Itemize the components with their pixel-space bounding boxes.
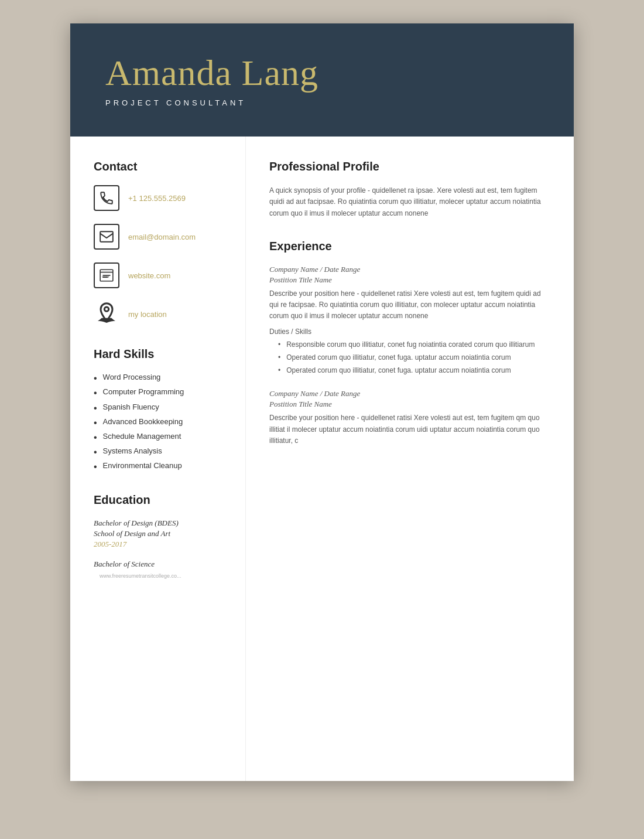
exp-company-2: Company Name / Date Range — [269, 389, 550, 398]
bullet-icon: • — [94, 432, 97, 443]
bullet-icon: • — [94, 446, 97, 458]
profile-heading: Professional Profile — [269, 160, 550, 173]
right-column: Professional Profile A quick synopsis of… — [246, 137, 574, 781]
duty-item-2: • Operated corum quo illitiatur, conet f… — [269, 353, 550, 361]
location-text: my location — [128, 310, 167, 319]
duty-bullet-icon: • — [278, 340, 280, 349]
duties-label-1: Duties / Skills — [269, 328, 550, 336]
education-entry-1: Bachelor of Design (BDES) School of Desi… — [94, 519, 228, 549]
skill-item-7: • Environmental Cleanup — [94, 461, 228, 472]
phone-item: +1 125.555.2569 — [94, 185, 228, 211]
duty-bullet-icon: • — [278, 366, 280, 374]
email-icon — [94, 224, 119, 250]
edu-degree-1: Bachelor of Design (BDES) — [94, 519, 228, 528]
edu-degree-2: Bachelor of Science — [94, 560, 228, 569]
skills-list: • Word Processing • Computer Programming… — [94, 373, 228, 472]
svg-point-6 — [104, 307, 108, 311]
edu-years-1: 2005-2017 — [94, 540, 228, 549]
duties-list-1: • Responsible corum quo illitiatur, cone… — [269, 340, 550, 374]
duty-item-1: • Responsible corum quo illitiatur, cone… — [269, 340, 550, 349]
edu-school-1: School of Design and Art — [94, 529, 228, 538]
website-icon: www — [94, 262, 119, 288]
website-text: website.com — [128, 271, 170, 280]
bullet-icon: • — [94, 461, 97, 472]
bullet-icon: • — [94, 387, 97, 398]
location-item: my location — [94, 301, 228, 327]
bullet-icon: • — [94, 403, 97, 414]
skills-heading: Hard Skills — [94, 347, 228, 361]
phone-text: +1 125.555.2569 — [128, 194, 186, 203]
phone-icon — [94, 185, 119, 211]
skill-item-2: • Computer Programming — [94, 387, 228, 398]
email-item: email@domain.com — [94, 224, 228, 250]
skill-item-1: • Word Processing — [94, 373, 228, 384]
email-text: email@domain.com — [128, 233, 196, 241]
skill-item-5: • Schedule Management — [94, 432, 228, 443]
exp-description-1: Describe your position here - quidellene… — [269, 288, 550, 322]
body-section: Contact +1 125.555.2569 — [70, 137, 574, 781]
exp-company-1: Company Name / Date Range — [269, 265, 550, 274]
svg-rect-0 — [100, 232, 113, 242]
duty-bullet-icon: • — [278, 353, 280, 361]
duty-item-3: • Operated corum quo illitiatur, conet f… — [269, 366, 550, 374]
skill-item-6: • Systems Analysis — [94, 446, 228, 458]
left-column: Contact +1 125.555.2569 — [70, 137, 246, 781]
exp-description-2: Describe your position here - quidellene… — [269, 412, 550, 446]
profile-section: Professional Profile A quick synopsis of… — [269, 160, 550, 219]
resume-page: Amanda Lang PROJECT CONSULTANT Contact +… — [70, 23, 574, 781]
skill-item-3: • Spanish Fluency — [94, 403, 228, 414]
profile-text: A quick synopsis of your profile - quide… — [269, 185, 550, 219]
bullet-icon: • — [94, 373, 97, 384]
candidate-name: Amanda Lang — [105, 53, 544, 93]
experience-heading: Experience — [269, 240, 550, 253]
experience-entry-2: Company Name / Date Range Postition Titl… — [269, 389, 550, 446]
education-heading: Education — [94, 493, 228, 507]
experience-entry-1: Company Name / Date Range Postition Titl… — [269, 265, 550, 375]
contact-section: Contact +1 125.555.2569 — [94, 160, 228, 327]
bullet-icon: • — [94, 417, 97, 428]
watermark: www.freeresumetransitcollege.co... — [94, 570, 228, 582]
education-section: Education Bachelor of Design (BDES) Scho… — [94, 493, 228, 569]
website-item: www website.com — [94, 262, 228, 288]
exp-position-1: Postition Title Name — [269, 275, 550, 285]
experience-section: Experience Company Name / Date Range Pos… — [269, 240, 550, 446]
education-entry-2: Bachelor of Science — [94, 560, 228, 569]
skills-section: Hard Skills • Word Processing • Computer… — [94, 347, 228, 472]
exp-position-2: Postition Title Name — [269, 400, 550, 409]
header-section: Amanda Lang PROJECT CONSULTANT — [70, 23, 574, 137]
job-title: PROJECT CONSULTANT — [105, 98, 544, 107]
location-icon — [94, 301, 119, 327]
skill-item-4: • Advanced Bookkeeping — [94, 417, 228, 428]
contact-heading: Contact — [94, 160, 228, 173]
